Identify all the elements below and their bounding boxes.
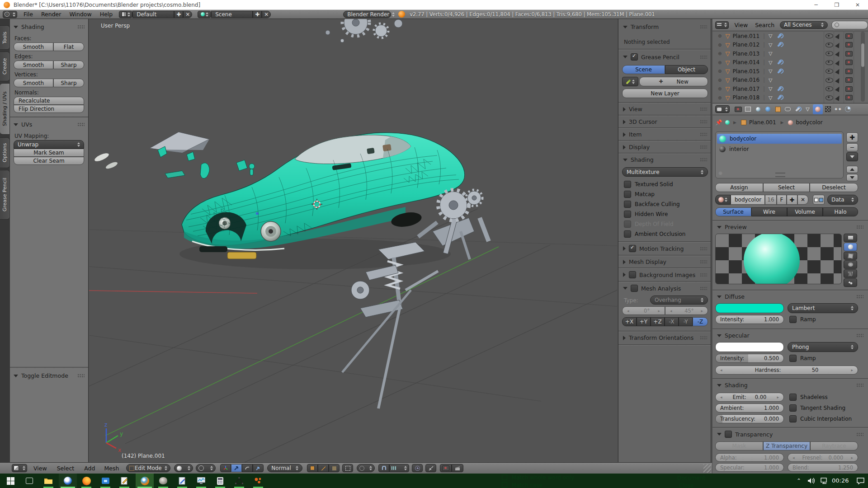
tab-modifiers[interactable] [793,104,802,114]
menu-add[interactable]: Add [84,465,95,472]
type-volume-tab[interactable]: Volume [787,207,823,216]
tray-chevron-icon[interactable]: ⌃ [793,475,805,487]
axis-minus-z-button[interactable]: -Z [693,317,708,326]
menu-view[interactable]: View [33,465,47,472]
overhang-dropdown[interactable]: Overhang [650,296,708,305]
slot-add-button[interactable]: ✚ [846,132,858,142]
mesh-analysis-checkbox[interactable] [631,285,638,292]
tab-shading-uvs[interactable]: Shading / UVs [0,83,10,135]
renderability-camera-icon[interactable] [845,69,853,74]
mark-seam-button[interactable]: Mark Seam [14,149,84,157]
display-panel-header[interactable]: Display [623,144,707,150]
calculator-app-icon[interactable] [214,475,226,487]
minimize-button[interactable]: ─ [806,0,826,10]
editor-type-selector[interactable] [12,464,27,472]
transparency-mask-tab[interactable]: Mask [715,441,763,450]
specular-ramp-option[interactable]: Ramp [789,355,816,362]
scene-name[interactable]: Scene [211,11,253,18]
mesh-tool-app-icon[interactable] [233,475,245,487]
type-surface-tab[interactable]: Surface [715,207,751,216]
scene-add-button[interactable]: ✚ [253,11,262,18]
textured-solid-option[interactable]: Textured Solid [624,181,673,188]
alpha-slider[interactable]: Alpha:1.000 [715,453,784,462]
gp-scene-tab[interactable]: Scene [622,65,665,74]
emit-slider[interactable]: Emit:0.00 [715,393,784,402]
editor-type-selector[interactable]: i [3,11,17,18]
slot-remove-button[interactable]: ─ [846,143,858,151]
tangent-shading-option[interactable]: Tangent Shading [789,404,845,412]
gp-object-tab[interactable]: Object [665,65,708,74]
specular-color-swatch[interactable] [715,342,784,352]
slot-move-up-button[interactable] [846,166,858,173]
expand-icon[interactable]: ⊕ [718,60,722,65]
type-wire-tab[interactable]: Wire [751,207,787,216]
orientation-dropdown[interactable]: Normal [267,464,302,472]
tab-constraints[interactable] [783,104,793,114]
expand-icon[interactable]: ⊕ [718,33,722,38]
breadcrumb-object[interactable]: Plane.001 [749,119,776,126]
diffuse-panel-header[interactable]: Diffuse [717,293,863,300]
tab-create[interactable]: Create [0,52,10,81]
tab-render[interactable] [733,104,743,114]
renderability-camera-icon[interactable] [845,60,853,65]
redo-panel-header[interactable]: Toggle Editmode [14,372,85,379]
volume-icon[interactable] [806,475,817,487]
material-users-button[interactable]: 16 [765,195,777,205]
shading-panel-header[interactable]: Shading [14,23,85,30]
mesh-analysis-panel-header[interactable]: Mesh Analysis [623,285,707,292]
selectability-cursor-icon[interactable] [836,86,840,91]
face-select-button[interactable] [329,464,340,472]
new-material-button[interactable]: ✚ [787,195,797,205]
limit-selection-button[interactable] [342,464,353,472]
snap-target-button[interactable] [412,464,423,472]
hidden-wire-option[interactable]: Hidden Wire [624,211,668,218]
slot-specials-button[interactable] [846,152,858,161]
outliner-menu-search[interactable]: Search [755,22,774,28]
outliner-row[interactable]: ⊕ ▽ Plane.013 | ▽ [712,49,853,58]
tab-object-data[interactable]: ▽ [803,104,812,114]
expand-icon[interactable]: ⊕ [718,42,722,47]
material-name-field[interactable]: bodycolor [731,195,765,205]
uvs-panel-header[interactable]: UVs [14,121,85,128]
mode-dropdown[interactable]: Edit Mode [126,464,170,472]
task-view-button[interactable] [24,475,35,487]
tab-texture[interactable] [823,104,833,114]
renderability-camera-icon[interactable] [845,42,853,47]
overhang-max-field[interactable]: 45° [665,306,708,315]
transparency-panel-header[interactable]: Transparency [717,431,863,438]
firefox-icon[interactable] [80,475,92,487]
backface-culling-option[interactable]: Backface Culling [624,201,680,208]
renderability-camera-icon[interactable] [845,95,853,100]
selectability-cursor-icon[interactable] [836,78,840,83]
expand-icon[interactable]: ⊕ [718,51,722,56]
menu-window[interactable]: Window [69,11,91,18]
menu-select[interactable]: Select [57,465,75,472]
selectability-cursor-icon[interactable] [836,33,840,38]
diffuse-intensity-slider[interactable]: Intensity:1.000 [715,315,784,324]
scene-icon-dropdown[interactable] [198,11,211,18]
background-images-checkbox[interactable] [629,271,636,278]
screen-layout-icon-dropdown[interactable] [119,11,132,18]
translucency-slider[interactable]: Translucency:0.000 [715,414,784,423]
preview-hair-button[interactable] [844,269,857,278]
pivot-dropdown[interactable] [196,464,216,472]
shadeless-option[interactable]: Shadeless [789,394,828,401]
browser-app-slot[interactable] [59,474,77,488]
cubic-interpolation-option[interactable]: Cubic Interpolation [789,415,852,422]
vertices-sharp-button[interactable]: Sharp [53,79,84,87]
manipulator-translate-button[interactable] [231,464,242,472]
tab-particles[interactable]: ✦✦ [833,104,843,114]
list-resize-handle[interactable] [775,173,785,177]
axis-plus-x-button[interactable]: +X [622,317,637,326]
shading-panel-header[interactable]: Shading [717,382,863,389]
hardness-slider[interactable]: Hardness:50 [715,366,858,375]
transparency-ztransp-tab[interactable]: Z Transparency [763,441,810,450]
clock[interactable]: 00:26 [832,477,849,484]
tab-grease-pencil[interactable]: Grease Pencil [0,170,10,220]
outliner-row[interactable]: ⊕ ▽ Plane.011 | ▽ [712,32,853,40]
blender-app-slot[interactable] [136,474,154,488]
tab-object[interactable] [773,104,783,114]
outliner-scope-dropdown[interactable]: All Scenes [780,21,828,29]
visibility-eye-icon[interactable] [826,51,833,56]
ambient-slider[interactable]: Ambient:1.000 [715,404,784,413]
